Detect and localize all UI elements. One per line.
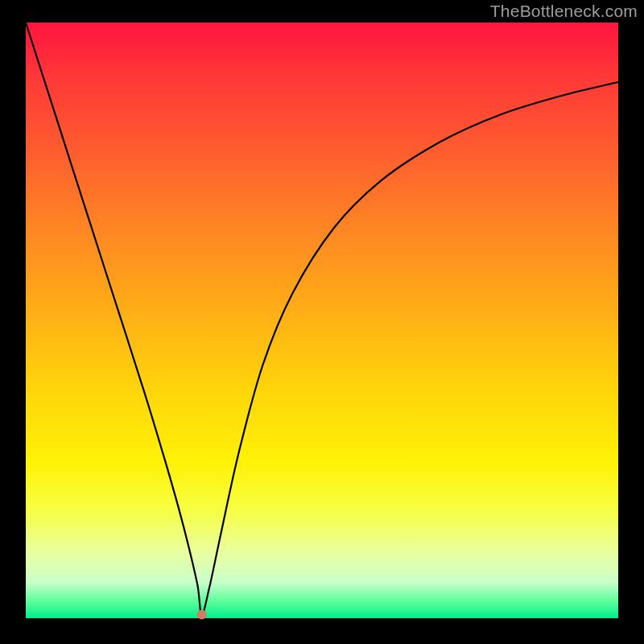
chart-svg [26,23,618,618]
plot-area [26,23,618,618]
chart-frame: TheBottleneck.com [0,0,644,644]
vertex-marker [197,610,207,620]
watermark-text: TheBottleneck.com [490,2,638,21]
bottleneck-curve [26,23,618,615]
